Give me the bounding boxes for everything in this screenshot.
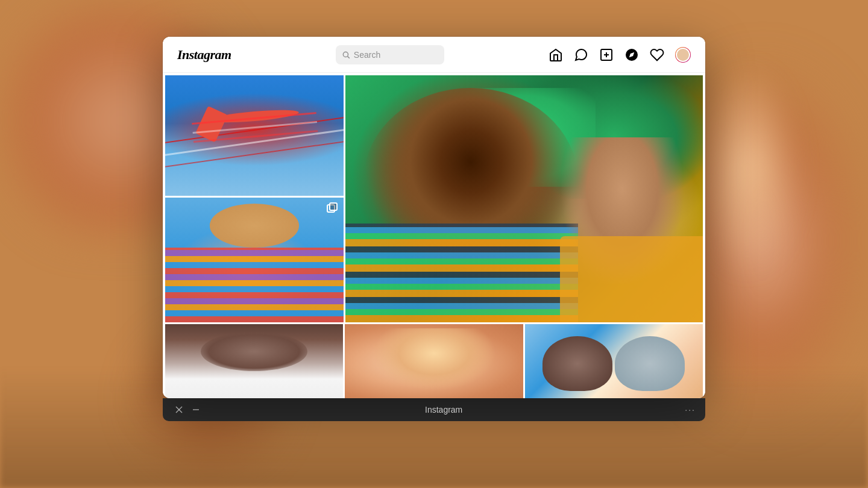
post-item-3[interactable]: [345, 75, 703, 322]
titlebar: Instagram ···: [163, 398, 705, 421]
explore-grid: [163, 73, 705, 398]
instagram-logo[interactable]: Instagram: [177, 47, 231, 63]
search-icon: [342, 51, 350, 59]
heart-icon[interactable]: [650, 48, 664, 62]
post-item-1[interactable]: [165, 75, 344, 196]
app-window-wrapper: Instagram Search: [163, 55, 705, 421]
post-image-3: [345, 75, 703, 322]
home-icon[interactable]: [549, 48, 563, 62]
app-content: Instagram Search: [163, 37, 705, 398]
close-button[interactable]: [172, 403, 186, 416]
post-item-5[interactable]: [345, 324, 523, 398]
svg-line-1: [347, 56, 349, 58]
top-navigation: Instagram Search: [163, 37, 705, 73]
grid-left-column: [165, 75, 344, 322]
instagram-window: Instagram Search: [163, 37, 705, 398]
bg-blob-4: [687, 48, 808, 289]
avatar-image: [676, 48, 690, 62]
new-post-icon[interactable]: [599, 48, 614, 62]
minimize-button[interactable]: [189, 403, 203, 416]
post-image-2: [165, 198, 344, 322]
avatar-icon[interactable]: [675, 47, 691, 63]
more-options-button[interactable]: ···: [685, 405, 696, 414]
svg-point-0: [343, 52, 348, 57]
svg-rect-7: [330, 203, 337, 210]
post-item-4[interactable]: [165, 324, 343, 398]
search-bar[interactable]: Search: [336, 45, 444, 64]
compass-icon[interactable]: [624, 48, 639, 62]
titlebar-title: Instagram: [203, 405, 685, 414]
messenger-icon[interactable]: [574, 48, 588, 62]
post-item-6[interactable]: [525, 324, 703, 398]
nav-icons-group: [549, 47, 691, 63]
post-item-2[interactable]: [165, 198, 344, 322]
grid-section-top: [165, 75, 703, 322]
multi-post-icon: [327, 202, 339, 214]
post-image-1: [165, 75, 344, 196]
search-placeholder: Search: [354, 50, 380, 60]
grid-section-bottom: [165, 324, 703, 398]
